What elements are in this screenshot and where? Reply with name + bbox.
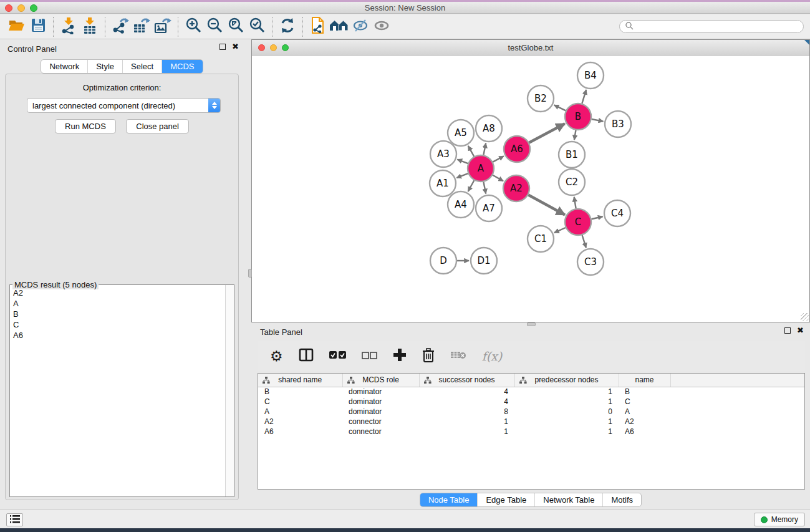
result-item[interactable]: B	[10, 309, 225, 319]
open-file-button[interactable]	[6, 16, 27, 37]
float-panel-icon[interactable]	[219, 44, 226, 50]
show-columns-button[interactable]	[299, 348, 314, 364]
graph-node-C2[interactable]: C2	[559, 169, 585, 195]
edge-A-A6[interactable]	[493, 156, 503, 162]
edge-A-A5[interactable]	[468, 146, 474, 157]
edge-C-C1[interactable]	[554, 228, 566, 233]
result-item[interactable]: C	[10, 319, 225, 330]
result-item[interactable]: A6	[10, 330, 225, 341]
delete-table-button[interactable]	[450, 350, 466, 362]
table-row[interactable]: Cdominator41C	[258, 397, 804, 407]
memory-button[interactable]: Memory	[754, 513, 805, 526]
deselect-all-columns-button[interactable]	[362, 351, 377, 362]
edge-A6-B[interactable]	[529, 123, 564, 142]
close-panel-button[interactable]: Close panel	[126, 119, 189, 133]
edge-B-B3[interactable]	[592, 119, 604, 122]
column-header-shared-name[interactable]: shared name	[258, 374, 342, 387]
edge-B-B4[interactable]	[582, 90, 586, 104]
float-table-panel-icon[interactable]	[784, 327, 791, 334]
graph-node-B3[interactable]: B3	[605, 111, 631, 137]
show-all-button[interactable]	[371, 16, 392, 37]
export-table-button[interactable]	[131, 16, 152, 37]
graph-node-C3[interactable]: C3	[577, 249, 604, 275]
graph-node-B[interactable]: B	[565, 104, 591, 130]
table-tab-network-table[interactable]: Network Table	[534, 493, 602, 506]
zoom-selected-button[interactable]	[246, 16, 268, 37]
import-network-button[interactable]	[58, 16, 79, 37]
run-mcds-button[interactable]: Run MCDS	[55, 119, 116, 133]
graph-node-C1[interactable]: C1	[528, 226, 554, 252]
edge-A2-C[interactable]	[528, 195, 565, 215]
criterion-select[interactable]: largest connected component (directed)	[27, 98, 221, 113]
select-all-columns-button[interactable]	[329, 351, 346, 362]
task-history-button[interactable]	[6, 513, 23, 526]
edge-B-B1[interactable]	[574, 130, 576, 140]
result-scrollbar[interactable]	[225, 285, 234, 496]
graph-node-D1[interactable]: D1	[471, 248, 497, 274]
tab-mcds[interactable]: MCDS	[162, 60, 202, 73]
edge-A-A4[interactable]	[468, 180, 475, 191]
edge-B-B2[interactable]	[554, 105, 566, 110]
graph-node-A7[interactable]: A7	[476, 195, 502, 221]
new-network-from-selection-button[interactable]	[307, 16, 329, 37]
edge-A-A2[interactable]	[493, 175, 503, 181]
table-row[interactable]: Adominator80A	[258, 407, 804, 417]
result-item[interactable]: A2	[10, 288, 225, 298]
graph-node-A4[interactable]: A4	[448, 191, 474, 218]
function-builder-button[interactable]: f(x)	[482, 349, 503, 363]
table-row[interactable]: Bdominator41B	[258, 387, 804, 397]
edge-A-A8[interactable]	[483, 143, 486, 155]
save-session-button[interactable]	[27, 16, 49, 37]
graph-node-A6[interactable]: A6	[504, 136, 530, 162]
graph-node-A2[interactable]: A2	[503, 175, 529, 201]
edge-C-C4[interactable]	[591, 216, 602, 219]
network-canvas[interactable]: B4B2BB3A8A5A6A3B1AC2A1A2A4A7C4CC1DD1C3	[252, 56, 809, 322]
zoom-out-button[interactable]	[204, 16, 225, 37]
tab-style[interactable]: Style	[87, 60, 122, 73]
search-field[interactable]	[619, 20, 804, 33]
edge-C-C2[interactable]	[574, 197, 576, 209]
window-resize-grip[interactable]	[801, 313, 809, 321]
search-input[interactable]	[634, 22, 798, 31]
apply-layout-button[interactable]	[277, 16, 298, 37]
mcds-result-list[interactable]: A2ABCA6	[10, 288, 225, 496]
network-window-titlebar[interactable]: testGlobe.txt	[252, 40, 809, 56]
graph-node-B4[interactable]: B4	[577, 62, 604, 89]
column-header-successor-nodes[interactable]: successor nodes	[419, 374, 514, 387]
vertical-scrollbar-thumb[interactable]	[248, 269, 252, 278]
edge-A-A7[interactable]	[483, 182, 486, 194]
table-tab-node-table[interactable]: Node Table	[420, 493, 478, 506]
export-network-button[interactable]	[110, 16, 131, 37]
graph-node-B1[interactable]: B1	[559, 142, 585, 168]
node-table[interactable]: shared nameMCDS rolesuccessor nodesprede…	[258, 373, 805, 490]
graph-node-A5[interactable]: A5	[448, 120, 474, 146]
column-header-predecessor-nodes[interactable]: predecessor nodes	[514, 374, 619, 387]
graph-node-C[interactable]: C	[565, 209, 591, 235]
hide-selected-button[interactable]	[350, 16, 371, 37]
first-neighbors-button[interactable]	[329, 16, 350, 37]
delete-column-button[interactable]	[422, 348, 435, 365]
add-column-button[interactable]	[393, 348, 407, 364]
table-row[interactable]: A6connector11A6	[258, 427, 804, 437]
import-table-button[interactable]	[79, 16, 100, 37]
table-settings-button[interactable]: ⚙	[270, 349, 283, 363]
edge-C-C3[interactable]	[582, 235, 586, 248]
tab-network[interactable]: Network	[41, 60, 87, 73]
export-image-button[interactable]	[152, 16, 173, 37]
graph-node-A3[interactable]: A3	[430, 141, 456, 167]
edge-A-A3[interactable]	[457, 160, 468, 164]
table-tab-motifs[interactable]: Motifs	[602, 493, 641, 506]
close-panel-icon[interactable]: ✖	[232, 44, 239, 50]
tab-select[interactable]: Select	[122, 60, 162, 73]
graph-node-D[interactable]: D	[430, 248, 456, 274]
table-tab-edge-table[interactable]: Edge Table	[477, 493, 534, 506]
column-header-MCDS-role[interactable]: MCDS role	[342, 374, 419, 387]
graph-node-B2[interactable]: B2	[528, 85, 554, 112]
zoom-in-button[interactable]	[183, 16, 204, 37]
graph-node-A[interactable]: A	[468, 155, 494, 181]
edge-A-A1[interactable]	[456, 173, 468, 178]
table-row[interactable]: A2connector11A2	[258, 417, 804, 427]
graph-node-A1[interactable]: A1	[430, 170, 456, 196]
column-header-name[interactable]: name	[619, 374, 670, 387]
graph-node-C4[interactable]: C4	[604, 200, 630, 226]
